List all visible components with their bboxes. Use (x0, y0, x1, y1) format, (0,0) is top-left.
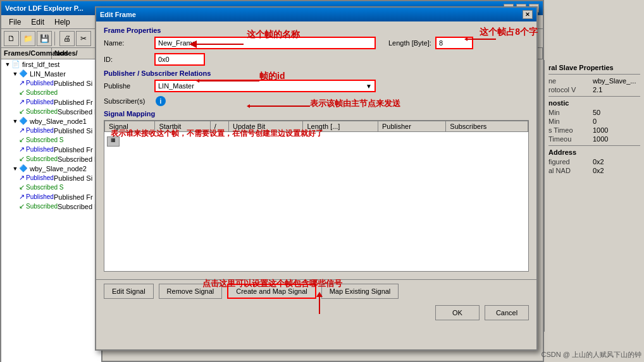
toolbar-btn-5[interactable]: ✂ (76, 31, 91, 46)
expand-icon: ▼ (11, 70, 19, 78)
menu-help[interactable]: Help (49, 16, 75, 28)
col-subscribers: Subscribers (446, 121, 528, 132)
tree-item-label: Published Si (54, 80, 92, 87)
arrow-icon: ↙ (19, 155, 25, 163)
edit-signal-button[interactable]: Edit Signal (104, 284, 154, 299)
tree-item-slave1[interactable]: ▼ 🔷 wby_Slave_node1 (1, 116, 101, 126)
tree-item-sub-s-2[interactable]: ↙ Subscribed S (1, 135, 101, 145)
prop-label-address: Address (548, 148, 640, 156)
tree-item-slave2[interactable]: ▼ 🔷 wby_Slave_node2 (1, 164, 101, 173)
dialog-content: Frame Properties Name: Length [Byte]: ID… (96, 21, 536, 277)
tree-item-pub-si-1[interactable]: ↗ Published Published Si (1, 78, 101, 88)
prop-separator-2 (548, 96, 640, 97)
tree-item-label: Published Fr (54, 146, 93, 154)
expand-icon: ▼ (11, 165, 19, 172)
tree-item-label: LIN_Master (30, 70, 66, 78)
prop-value-timeo1: 1000 (593, 126, 608, 134)
table-left-icon: ▦ (107, 136, 120, 147)
prop-label-min2: Min (548, 118, 593, 125)
edit-frame-dialog: Edit Frame ✕ Frame Properties Name: Leng… (95, 6, 538, 351)
toolbar-sep (54, 32, 57, 45)
name-input[interactable] (154, 37, 376, 49)
col-length: Length [...] (303, 121, 378, 132)
ok-button[interactable]: OK (435, 305, 480, 320)
signal-table-header: Signal Startbit / Update Bit Length [...… (105, 121, 528, 132)
node-icon: 🔷 (19, 69, 28, 78)
tree-item-label: Subscribed F (58, 155, 99, 163)
length-input[interactable] (435, 37, 473, 49)
tree-item-root[interactable]: ▼ 📄 first_ldf_test (1, 59, 101, 69)
dialog-title-bar: Edit Frame ✕ (96, 8, 536, 21)
tree-item-sub-su-1[interactable]: ↙ Subscribed (1, 88, 101, 97)
col-header-frames: Frames/Commands (1, 48, 52, 59)
tree-panel[interactable]: ▼ 📄 first_ldf_test ▼ 🔷 LIN_Master ↗ Publ… (1, 59, 102, 362)
toolbar-btn-1[interactable]: 🗋 (4, 31, 19, 46)
id-label: ID: (104, 56, 154, 63)
section-signal-mapping: Signal Mapping (104, 110, 529, 118)
name-label: Name: (104, 39, 154, 47)
menu-file[interactable]: File (4, 16, 26, 28)
prop-row-protocol: rotocol V 2.1 (548, 86, 640, 94)
prop-value-timeo2: 1000 (593, 135, 608, 143)
tree-item-sub-s-3[interactable]: ↙ Subscribed S (1, 183, 101, 192)
remove-signal-button[interactable]: Remove Signal (159, 284, 223, 299)
publisher-combo[interactable]: LIN_Master ▼ (154, 80, 376, 92)
tree-item-label: Published Fr (54, 193, 93, 201)
folder-icon: 📄 (11, 60, 20, 68)
tree-item-sub-f-3[interactable]: ↙ Subscribed Subscribed F (1, 202, 101, 211)
prop-value-figured: 0x2 (593, 158, 604, 166)
toolbar-btn-4[interactable]: 🖨 (59, 31, 75, 46)
prop-label-nostic: nostic (548, 99, 640, 107)
prop-label-min1: Min (548, 109, 593, 116)
arrow-icon: ↗ (19, 126, 25, 135)
tree-item-pub-fr-2[interactable]: ↗ Published Published Fr (1, 145, 101, 154)
tree-item-pub-fr-1[interactable]: ↗ Published Published Fr (1, 97, 101, 107)
create-map-signal-button[interactable]: Create and Map Signal (227, 284, 316, 299)
form-row-name-length: Name: Length [Byte]: (104, 37, 529, 49)
subscriber-label: Subscriber(s) (104, 97, 154, 105)
prop-label-timeo2: Timeou (548, 135, 593, 143)
form-row-id: ID: (104, 53, 529, 66)
toolbar-btn-2[interactable]: 📁 (20, 31, 35, 46)
dialog-ok-cancel: OK Cancel (96, 303, 536, 325)
prop-label-nad: al NAD (548, 167, 593, 174)
tree-item-label: Subscribed F (58, 108, 99, 116)
section-pub-sub: Publisher / Subscriber Relations (104, 69, 529, 77)
tree-item-sub-f-1[interactable]: ↙ Subscribed Subscribed F (1, 107, 101, 116)
tree-item-pub-si-3[interactable]: ↗ Published Published Si (1, 173, 101, 183)
prop-value-min2: 0 (593, 118, 597, 125)
prop-row-figured: figured 0x2 (548, 158, 640, 166)
tree-item-label: first_ldf_test (22, 61, 59, 68)
map-existing-signal-button[interactable]: Map Existing Signal (321, 284, 399, 299)
form-row-subscriber: Subscriber(s) i (104, 96, 529, 106)
col-publisher: Publisher (378, 121, 445, 132)
prop-value-nad: 0x2 (593, 167, 604, 174)
watermark: CSDN @ 上山的人赋风下山的钟 (542, 350, 641, 359)
tree-item-lin-master[interactable]: ▼ 🔷 LIN_Master (1, 69, 101, 78)
tree-item-label: Published Fr (54, 99, 93, 106)
prop-value-name: wby_Slave_... (593, 77, 636, 85)
tree-item-label: wby_Slave_node2 (30, 165, 87, 172)
id-input[interactable] (154, 53, 205, 66)
tree-item-sub-f-2[interactable]: ↙ Subscribed Subscribed F (1, 154, 101, 164)
menu-edit[interactable]: Edit (26, 16, 49, 28)
dialog-close-button[interactable]: ✕ (523, 10, 533, 19)
publisher-label: Publishe (104, 82, 154, 90)
prop-row-timeo2: Timeou 1000 (548, 135, 640, 143)
prop-label-timeo1: s Timeo (548, 126, 593, 134)
tree-item-pub-fr-3[interactable]: ↗ Published Published Fr (1, 192, 101, 202)
arrow-icon: ↗ (19, 98, 25, 106)
signal-table: Signal Startbit / Update Bit Length [...… (104, 121, 528, 132)
prop-row-min2: Min 0 (548, 118, 640, 125)
prop-value-protocol: 2.1 (593, 86, 602, 94)
form-row-publisher: Publishe LIN_Master ▼ (104, 80, 529, 92)
prop-label-protocol: rotocol V (548, 86, 593, 94)
cancel-button[interactable]: Cancel (485, 305, 529, 320)
arrow-icon: ↙ (19, 136, 25, 144)
tree-item-pub-si-2[interactable]: ↗ Published Published Si (1, 126, 101, 135)
prop-separator (548, 74, 640, 75)
tree-item-label: Published Si (54, 174, 92, 182)
toolbar-btn-3[interactable]: 💾 (37, 31, 52, 46)
prop-row-timeo1: s Timeo 1000 (548, 126, 640, 134)
info-icon[interactable]: i (156, 96, 166, 106)
